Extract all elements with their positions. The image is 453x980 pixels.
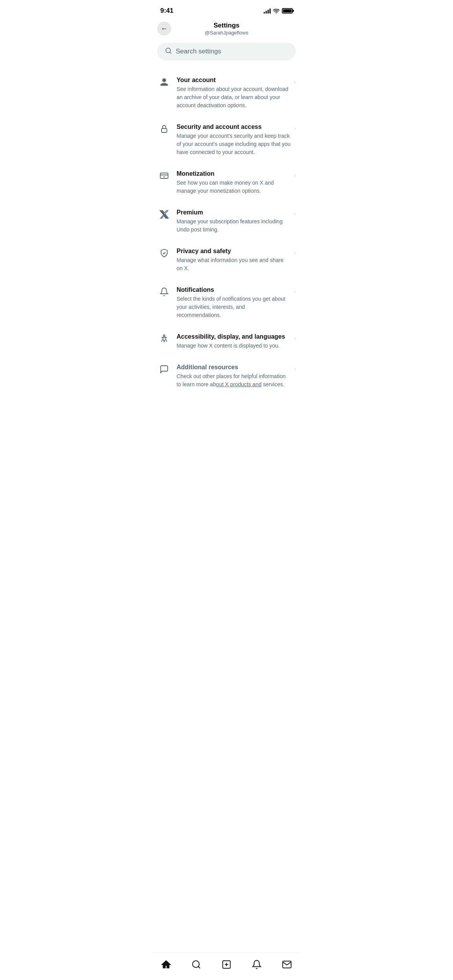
item-title-your-account: Your account — [177, 77, 291, 84]
search-container — [151, 39, 302, 67]
settings-item-your-account[interactable]: Your account See information about your … — [151, 70, 302, 117]
status-bar: 9:41 — [151, 0, 302, 19]
shield-icon — [157, 248, 171, 258]
item-desc-additional: Check out other places for helpful infor… — [177, 372, 291, 389]
accessibility-icon — [157, 334, 171, 343]
item-desc-your-account: See information about your account, down… — [177, 85, 291, 110]
item-title-premium: Premium — [177, 209, 291, 216]
settings-list: Your account See information about your … — [151, 67, 302, 399]
item-content-security: Security and account access Manage your … — [177, 123, 291, 156]
chevron-right-icon-security: › — [294, 125, 296, 132]
item-title-security: Security and account access — [177, 123, 291, 130]
status-time: 9:41 — [160, 7, 173, 15]
item-title-monetization: Monetization — [177, 170, 291, 177]
header-text: Settings @SarahJpageflows — [205, 22, 249, 36]
settings-item-notifications[interactable]: Notifications Select the kinds of notifi… — [151, 279, 302, 326]
item-desc-notifications: Select the kinds of notifications you ge… — [177, 295, 291, 319]
item-desc-privacy: Manage what information you see and shar… — [177, 256, 291, 272]
item-content-privacy: Privacy and safety Manage what informati… — [177, 248, 291, 272]
item-desc-security: Manage your account's security and keep … — [177, 132, 291, 156]
svg-rect-4 — [160, 173, 168, 178]
svg-point-0 — [276, 13, 277, 14]
chevron-right-icon-monetization: › — [294, 172, 296, 179]
bell-icon — [157, 287, 171, 296]
item-desc-premium: Manage your subscription features includ… — [177, 218, 291, 234]
chevron-right-icon-privacy: › — [294, 249, 296, 256]
item-title-additional: Additional resources — [177, 364, 291, 371]
additional-desc-underline: out X products and — [216, 381, 262, 387]
search-icon — [165, 47, 172, 56]
battery-icon — [282, 8, 293, 14]
svg-rect-3 — [161, 128, 167, 132]
money-icon — [157, 171, 171, 180]
back-arrow-icon: ← — [161, 25, 168, 32]
item-desc-monetization: See how you can make money on X and mana… — [177, 179, 291, 195]
chevron-right-icon-premium: › — [294, 211, 296, 218]
settings-item-additional[interactable]: Additional resources Check out other pla… — [151, 357, 302, 396]
item-content-your-account: Your account See information about your … — [177, 77, 291, 110]
settings-item-security[interactable]: Security and account access Manage your … — [151, 117, 302, 163]
item-title-privacy: Privacy and safety — [177, 248, 291, 255]
item-desc-accessibility: Manage how X content is displayed to you… — [177, 342, 291, 350]
item-content-notifications: Notifications Select the kinds of notifi… — [177, 286, 291, 319]
item-title-notifications: Notifications — [177, 286, 291, 293]
chevron-right-icon-accessibility: › — [294, 335, 296, 342]
settings-item-privacy[interactable]: Privacy and safety Manage what informati… — [151, 241, 302, 279]
status-icons — [264, 8, 293, 14]
additional-desc-end: services. — [261, 381, 284, 387]
person-icon — [157, 77, 171, 87]
account-handle: @SarahJpageflows — [205, 30, 249, 36]
chat-icon — [157, 365, 171, 374]
back-button[interactable]: ← — [157, 22, 171, 36]
item-content-monetization: Monetization See how you can make money … — [177, 170, 291, 195]
item-content-accessibility: Accessibility, display, and languages Ma… — [177, 333, 291, 350]
x-logo-icon — [157, 210, 171, 219]
svg-line-2 — [170, 52, 171, 53]
wifi-icon — [273, 9, 280, 14]
settings-item-accessibility[interactable]: Accessibility, display, and languages Ma… — [151, 326, 302, 357]
settings-item-premium[interactable]: Premium Manage your subscription feature… — [151, 202, 302, 241]
item-content-additional: Additional resources Check out other pla… — [177, 364, 291, 389]
chevron-right-icon: › — [294, 78, 296, 85]
settings-item-monetization[interactable]: Monetization See how you can make money … — [151, 163, 302, 202]
header: ← Settings @SarahJpageflows — [151, 19, 302, 39]
page-title: Settings — [205, 22, 249, 29]
search-input[interactable] — [176, 48, 288, 55]
svg-point-5 — [163, 335, 165, 336]
item-title-accessibility: Accessibility, display, and languages — [177, 333, 291, 340]
search-bar[interactable] — [157, 43, 296, 60]
item-content-premium: Premium Manage your subscription feature… — [177, 209, 291, 234]
chevron-right-icon-additional: › — [294, 365, 296, 372]
lock-icon — [157, 124, 171, 134]
signal-icon — [264, 8, 271, 14]
chevron-right-icon-notifications: › — [294, 288, 296, 295]
